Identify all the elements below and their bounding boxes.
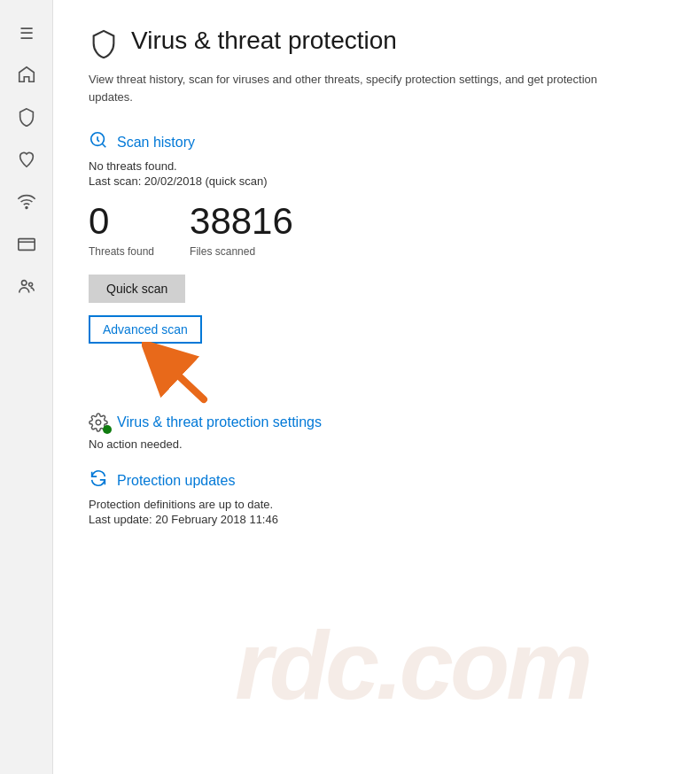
page-header: Virus & threat protection [89,27,665,66]
main-content: rdc.com Virus & threat protection View t… [53,0,700,774]
page-subtitle: View threat history, scan for viruses an… [89,71,603,105]
quick-scan-button[interactable]: Quick scan [89,275,185,303]
files-scanned-stat: 38816 Files scanned [190,200,293,259]
menu-icon: ☰ [19,24,34,43]
home-icon [17,65,36,89]
sidebar-item-home[interactable] [0,55,53,97]
watermark: rdc.com [235,608,589,721]
threat-settings-section: Virus & threat protection settings No ac… [89,413,665,451]
advanced-scan-button[interactable]: Advanced scan [89,315,202,344]
scan-history-section: Scan history No threats found. Last scan… [89,130,665,360]
svg-rect-1 [18,238,34,250]
sidebar-item-network[interactable] [0,182,53,225]
gear-badge-green [103,425,112,434]
advanced-scan-area: Advanced scan [89,315,202,360]
svg-point-0 [26,206,27,208]
scan-stats: 0 Threats found 38816 Files scanned [89,200,665,259]
scan-status: No threats found. [89,159,665,173]
svg-line-7 [159,358,204,399]
threat-settings-status: No action needed. [89,437,665,451]
files-scanned-label: Files scanned [190,245,255,258]
threats-found-label: Threats found [89,245,154,258]
threat-settings-header: Virus & threat protection settings [89,413,665,432]
files-scanned-number: 38816 [190,200,293,243]
sidebar-menu[interactable]: ☰ [0,12,53,55]
threats-found-number: 0 [89,200,154,243]
network-icon [17,192,36,216]
page-header-shield-icon [89,28,119,66]
scan-date: Last scan: 20/02/2018 (quick scan) [89,174,665,188]
sidebar: ☰ [0,0,53,774]
sidebar-item-family[interactable] [0,267,53,310]
browser-icon [17,235,36,259]
sidebar-item-browser[interactable] [0,225,53,267]
protection-updates-title[interactable]: Protection updates [117,473,235,489]
protection-updates-header: Protection updates [89,468,665,492]
scan-history-icon [89,130,108,154]
protection-updates-last-update: Last update: 20 February 2018 11:46 [89,513,665,526]
threat-settings-title[interactable]: Virus & threat protection settings [117,414,322,430]
sidebar-item-shield[interactable] [0,97,53,140]
threats-found-stat: 0 Threats found [89,200,154,259]
svg-point-4 [28,283,32,286]
scan-history-header: Scan history [89,130,665,154]
page-title: Virus & threat protection [131,27,397,55]
threat-settings-icon [89,413,108,432]
quick-scan-container: Quick scan [89,275,665,315]
protection-updates-section: Protection updates Protection definition… [89,468,665,526]
family-icon [17,277,36,301]
protection-updates-icon [89,468,108,492]
health-icon [17,150,36,174]
arrow-annotation [142,342,213,404]
shield-icon [17,107,36,131]
scan-history-title[interactable]: Scan history [117,135,195,151]
protection-updates-description: Protection definitions are up to date. [89,498,665,511]
svg-point-3 [21,280,27,285]
sidebar-item-health[interactable] [0,140,53,182]
svg-point-8 [96,420,101,425]
